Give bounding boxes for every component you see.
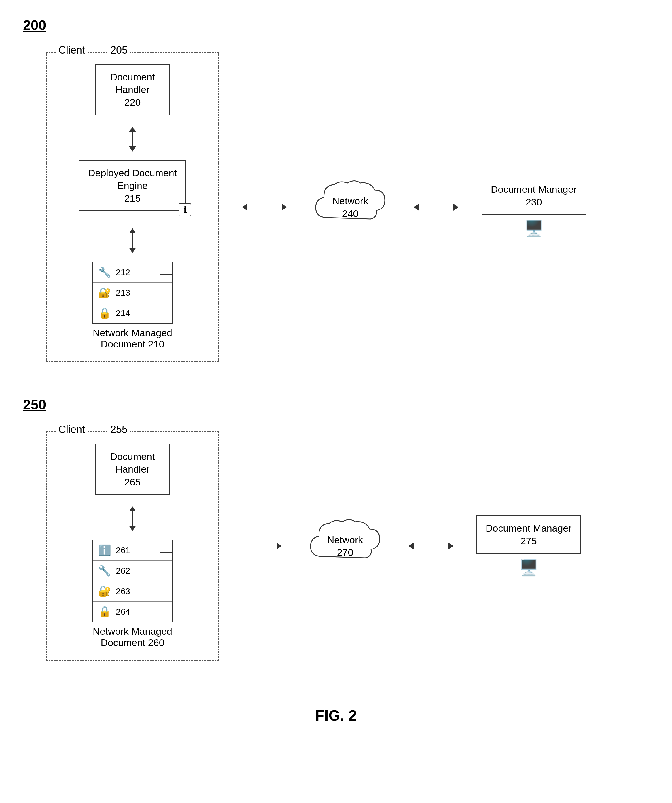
arrowhead-left-3 — [409, 543, 414, 549]
client-label-205: Client — [55, 44, 88, 56]
h-line-4 — [414, 546, 448, 546]
arrow-h-270-275 — [409, 543, 453, 549]
arrow-v-215-210 — [129, 228, 136, 253]
arrowhead-left-2 — [414, 204, 419, 211]
doc-row-214: 🔒 214 — [93, 303, 172, 323]
doc-stack-210: 🔧 212 🔐 213 🔒 214 — [92, 262, 173, 324]
arrowhead-right-1 — [282, 204, 287, 211]
cloud-text-240: Network 240 — [333, 194, 368, 219]
info-icon-261: ℹ️ — [97, 544, 112, 556]
doc-num-213: 213 — [116, 288, 130, 297]
v-line-2 — [132, 233, 133, 248]
cloud-text-270: Network 270 — [327, 533, 363, 559]
client-number-205: 205 — [107, 44, 130, 56]
v-line-3 — [132, 511, 133, 526]
dde-215: Deployed DocumentEngine215 — [79, 160, 186, 211]
doc-row-264: 🔒 264 — [93, 601, 172, 622]
diagram-200-row: Client 205 DocumentHandler220 Deployed D… — [46, 52, 649, 362]
doc-manager-box-275: Document Manager 275 — [476, 515, 581, 553]
diagram-250: 250 Client 255 DocumentHandler265 — [23, 397, 649, 661]
h-line-3 — [242, 546, 276, 546]
doc-handler-label-220: DocumentHandler220 — [104, 71, 161, 109]
arrowhead-right-4 — [448, 543, 453, 549]
arrow-v-220-215 — [129, 127, 136, 151]
network-cloud-270: Network 270 — [305, 516, 385, 576]
doc-num-261: 261 — [116, 545, 130, 555]
doc-num-263: 263 — [116, 586, 130, 596]
h-line-1 — [247, 207, 282, 208]
arrowhead-right-2 — [453, 204, 459, 211]
section-number-250: 250 — [23, 397, 46, 413]
client-number-255: 255 — [107, 424, 130, 436]
arrowhead-up-1 — [129, 127, 136, 132]
doc-num-214: 214 — [116, 308, 130, 318]
server-icon-230: 🖥️ — [524, 219, 544, 237]
arrowhead-down-2 — [129, 248, 136, 253]
doc-row-262: 🔧 262 — [93, 561, 172, 581]
doc-num-264: 264 — [116, 607, 130, 616]
doc-stack-260-wrapper: ℹ️ 261 🔧 262 🔐 263 — [92, 540, 173, 648]
arrowhead-down-3 — [129, 526, 136, 531]
doc-num-212: 212 — [116, 267, 130, 277]
arrow-h-240-230 — [414, 204, 459, 211]
info-badge-215: ℹ — [179, 203, 191, 216]
doc-handler-220: DocumentHandler220 — [95, 64, 170, 115]
main-container: 200 Client 205 DocumentHandler220 — [23, 17, 649, 724]
paper-fold-260 — [159, 540, 172, 553]
network-cloud-240: Network 240 — [310, 177, 391, 237]
tool-icon-262: 🔧 — [97, 565, 112, 577]
v-line-1 — [132, 132, 133, 146]
doc-manager-box-230: Document Manager 230 — [482, 177, 586, 215]
lock-icon-214: 🔒 — [97, 307, 112, 319]
doc-paper-210: 🔧 212 🔐 213 🔒 214 — [92, 262, 173, 324]
server-icon-275: 🖥️ — [519, 558, 538, 577]
arrowhead-up-2 — [129, 228, 136, 233]
doc-stack-210-wrapper: 🔧 212 🔐 213 🔒 214 — [92, 262, 173, 350]
doc-row-213: 🔐 213 — [93, 283, 172, 303]
dde-wrapper-215: Deployed DocumentEngine215 ℹ — [79, 160, 186, 211]
doc-stack-260: ℹ️ 261 🔧 262 🔐 263 — [92, 540, 173, 623]
doc-handler-265: DocumentHandler265 — [95, 444, 170, 495]
arrowhead-up-3 — [129, 506, 136, 511]
tool-icon-212: 🔧 — [97, 266, 112, 278]
doc-num-262: 262 — [116, 566, 130, 575]
lock-icon-264: 🔒 — [97, 606, 112, 618]
doc-paper-260: ℹ️ 261 🔧 262 🔐 263 — [92, 540, 173, 623]
client-box-255: Client 255 DocumentHandler265 — [46, 431, 219, 661]
doc-manager-275: Document Manager 275 🖥️ — [476, 515, 581, 576]
doc-row-263: 🔐 263 — [93, 581, 172, 601]
h-line-2 — [419, 207, 453, 208]
lock-icon-263: 🔐 — [97, 585, 112, 597]
diagram-250-row: Client 255 DocumentHandler265 — [46, 431, 649, 661]
client-label-255: Client — [55, 424, 88, 436]
diagram-200: 200 Client 205 DocumentHandler220 — [23, 17, 649, 362]
arrowhead-down-1 — [129, 146, 136, 151]
arrowhead-right-3 — [276, 543, 282, 549]
paper-fold-210 — [159, 262, 172, 275]
section-number-200: 200 — [23, 17, 46, 33]
figure-label: FIG. 2 — [23, 707, 649, 724]
lock-icon-213: 🔐 — [97, 287, 112, 299]
doc-caption-260: Network Managed Document 260 — [92, 626, 173, 648]
client-box-205: Client 205 DocumentHandler220 Deployed D… — [46, 52, 219, 362]
doc-manager-230: Document Manager 230 🖥️ — [482, 177, 586, 237]
arrow-h-215-240 — [242, 204, 287, 211]
arrow-v-265-260 — [129, 506, 136, 531]
arrow-h-260-270 — [242, 543, 282, 549]
doc-caption-210: Network Managed Document 210 — [92, 327, 173, 350]
arrowhead-left-1 — [242, 204, 247, 211]
